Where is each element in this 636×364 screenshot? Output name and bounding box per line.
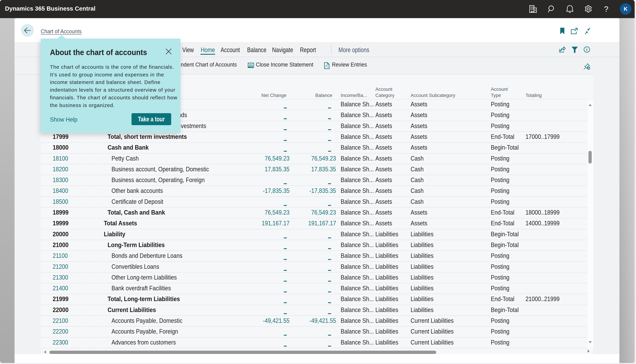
svg-text:365: 365 [248,64,253,66]
